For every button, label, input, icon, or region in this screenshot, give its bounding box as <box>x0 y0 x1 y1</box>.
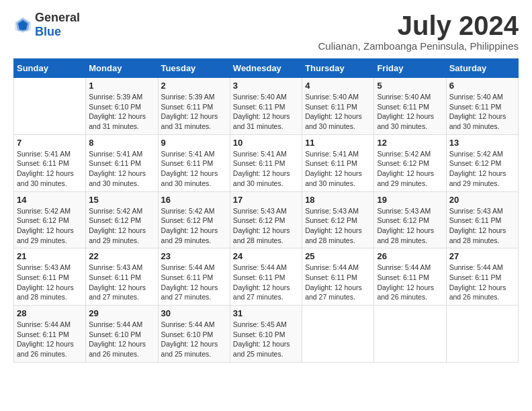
logo-text: General Blue <box>35 11 80 39</box>
calendar-table: Sunday Monday Tuesday Wednesday Thursday… <box>13 58 519 363</box>
calendar-cell: 26Sunrise: 5:44 AMSunset: 6:11 PMDayligh… <box>374 248 446 306</box>
calendar-body: 1Sunrise: 5:39 AMSunset: 6:10 PMDaylight… <box>14 78 519 363</box>
day-number: 1 <box>89 81 154 91</box>
day-number: 10 <box>233 138 299 148</box>
day-info: Sunrise: 5:41 AMSunset: 6:11 PMDaylight:… <box>161 149 227 189</box>
day-number: 8 <box>89 138 154 148</box>
header-saturday: Saturday <box>446 59 518 78</box>
day-number: 11 <box>305 138 371 148</box>
calendar-cell: 19Sunrise: 5:43 AMSunset: 6:12 PMDayligh… <box>374 191 446 248</box>
day-info: Sunrise: 5:42 AMSunset: 6:12 PMDaylight:… <box>449 149 515 189</box>
day-number: 28 <box>17 308 83 318</box>
calendar-cell: 5Sunrise: 5:40 AMSunset: 6:11 PMDaylight… <box>374 78 446 135</box>
day-number: 20 <box>449 195 515 205</box>
calendar-cell: 27Sunrise: 5:44 AMSunset: 6:11 PMDayligh… <box>446 248 518 306</box>
calendar-cell <box>14 78 86 135</box>
header-wednesday: Wednesday <box>230 59 302 78</box>
day-number: 27 <box>449 251 515 261</box>
calendar-cell: 10Sunrise: 5:41 AMSunset: 6:11 PMDayligh… <box>230 134 302 191</box>
calendar-cell: 1Sunrise: 5:39 AMSunset: 6:10 PMDaylight… <box>86 78 158 135</box>
day-number: 23 <box>161 251 227 261</box>
day-info: Sunrise: 5:43 AMSunset: 6:12 PMDaylight:… <box>377 206 443 246</box>
day-number: 7 <box>17 138 83 148</box>
calendar-cell: 18Sunrise: 5:43 AMSunset: 6:12 PMDayligh… <box>302 191 374 248</box>
day-info: Sunrise: 5:41 AMSunset: 6:11 PMDaylight:… <box>305 149 371 189</box>
calendar-cell: 3Sunrise: 5:40 AMSunset: 6:11 PMDaylight… <box>230 78 302 135</box>
day-info: Sunrise: 5:42 AMSunset: 6:12 PMDaylight:… <box>89 206 154 246</box>
day-number: 26 <box>377 251 443 261</box>
day-info: Sunrise: 5:43 AMSunset: 6:11 PMDaylight:… <box>89 263 154 302</box>
day-number: 2 <box>161 81 227 91</box>
calendar-cell: 25Sunrise: 5:44 AMSunset: 6:11 PMDayligh… <box>302 248 374 306</box>
day-info: Sunrise: 5:41 AMSunset: 6:11 PMDaylight:… <box>17 149 83 189</box>
calendar-cell <box>446 306 518 363</box>
day-number: 30 <box>161 308 227 318</box>
day-number: 19 <box>377 195 443 205</box>
calendar-cell: 13Sunrise: 5:42 AMSunset: 6:12 PMDayligh… <box>446 134 518 191</box>
day-number: 16 <box>161 195 227 205</box>
day-info: Sunrise: 5:39 AMSunset: 6:11 PMDaylight:… <box>161 92 227 132</box>
day-info: Sunrise: 5:43 AMSunset: 6:11 PMDaylight:… <box>17 263 83 302</box>
header-monday: Monday <box>86 59 158 78</box>
day-info: Sunrise: 5:44 AMSunset: 6:10 PMDaylight:… <box>89 320 154 359</box>
page-header: General Blue July 2024 Culianan, Zamboan… <box>13 11 519 52</box>
calendar-cell: 14Sunrise: 5:42 AMSunset: 6:12 PMDayligh… <box>14 191 86 248</box>
day-number: 29 <box>89 308 154 318</box>
day-number: 5 <box>377 81 443 91</box>
logo-general: General <box>35 11 80 24</box>
day-info: Sunrise: 5:43 AMSunset: 6:12 PMDaylight:… <box>305 206 371 246</box>
day-number: 12 <box>377 138 443 148</box>
day-info: Sunrise: 5:40 AMSunset: 6:11 PMDaylight:… <box>377 92 443 132</box>
day-info: Sunrise: 5:42 AMSunset: 6:12 PMDaylight:… <box>377 149 443 189</box>
calendar-cell <box>374 306 446 363</box>
calendar-cell: 30Sunrise: 5:44 AMSunset: 6:10 PMDayligh… <box>158 306 230 363</box>
day-info: Sunrise: 5:40 AMSunset: 6:11 PMDaylight:… <box>233 92 299 132</box>
calendar-cell: 6Sunrise: 5:40 AMSunset: 6:11 PMDaylight… <box>446 78 518 135</box>
day-info: Sunrise: 5:40 AMSunset: 6:11 PMDaylight:… <box>449 92 515 132</box>
day-number: 25 <box>305 251 371 261</box>
calendar-cell: 20Sunrise: 5:43 AMSunset: 6:11 PMDayligh… <box>446 191 518 248</box>
day-number: 21 <box>17 251 83 261</box>
day-number: 9 <box>161 138 227 148</box>
calendar-cell: 29Sunrise: 5:44 AMSunset: 6:10 PMDayligh… <box>86 306 158 363</box>
day-number: 15 <box>89 195 154 205</box>
calendar-cell: 7Sunrise: 5:41 AMSunset: 6:11 PMDaylight… <box>14 134 86 191</box>
logo-blue: Blue <box>35 25 61 38</box>
calendar-cell: 22Sunrise: 5:43 AMSunset: 6:11 PMDayligh… <box>86 248 158 306</box>
calendar-cell: 8Sunrise: 5:41 AMSunset: 6:11 PMDaylight… <box>86 134 158 191</box>
header-sunday: Sunday <box>14 59 86 78</box>
day-number: 4 <box>305 81 371 91</box>
calendar-week-row: 28Sunrise: 5:44 AMSunset: 6:11 PMDayligh… <box>14 306 519 363</box>
day-info: Sunrise: 5:43 AMSunset: 6:11 PMDaylight:… <box>449 206 515 246</box>
day-number: 13 <box>449 138 515 148</box>
logo-icon <box>13 15 32 34</box>
logo: General Blue <box>13 11 80 39</box>
day-info: Sunrise: 5:42 AMSunset: 6:12 PMDaylight:… <box>17 206 83 246</box>
header-thursday: Thursday <box>302 59 374 78</box>
calendar-cell: 9Sunrise: 5:41 AMSunset: 6:11 PMDaylight… <box>158 134 230 191</box>
calendar-header: Sunday Monday Tuesday Wednesday Thursday… <box>14 59 519 78</box>
calendar-cell: 31Sunrise: 5:45 AMSunset: 6:10 PMDayligh… <box>230 306 302 363</box>
day-info: Sunrise: 5:45 AMSunset: 6:10 PMDaylight:… <box>233 320 299 359</box>
day-number: 22 <box>89 251 154 261</box>
day-number: 24 <box>233 251 299 261</box>
calendar-week-row: 1Sunrise: 5:39 AMSunset: 6:10 PMDaylight… <box>14 78 519 135</box>
calendar-week-row: 14Sunrise: 5:42 AMSunset: 6:12 PMDayligh… <box>14 191 519 248</box>
calendar-cell: 23Sunrise: 5:44 AMSunset: 6:11 PMDayligh… <box>158 248 230 306</box>
calendar-cell: 16Sunrise: 5:42 AMSunset: 6:12 PMDayligh… <box>158 191 230 248</box>
header-tuesday: Tuesday <box>158 59 230 78</box>
day-number: 3 <box>233 81 299 91</box>
day-info: Sunrise: 5:44 AMSunset: 6:11 PMDaylight:… <box>449 263 515 302</box>
day-info: Sunrise: 5:39 AMSunset: 6:10 PMDaylight:… <box>89 92 154 132</box>
day-number: 18 <box>305 195 371 205</box>
day-number: 31 <box>233 308 299 318</box>
title-area: July 2024 Culianan, Zamboanga Peninsula,… <box>318 11 519 52</box>
calendar-cell: 2Sunrise: 5:39 AMSunset: 6:11 PMDaylight… <box>158 78 230 135</box>
calendar-cell: 21Sunrise: 5:43 AMSunset: 6:11 PMDayligh… <box>14 248 86 306</box>
day-info: Sunrise: 5:40 AMSunset: 6:11 PMDaylight:… <box>305 92 371 132</box>
day-number: 14 <box>17 195 83 205</box>
day-info: Sunrise: 5:44 AMSunset: 6:11 PMDaylight:… <box>377 263 443 302</box>
day-number: 6 <box>449 81 515 91</box>
day-info: Sunrise: 5:42 AMSunset: 6:12 PMDaylight:… <box>161 206 227 246</box>
location-title: Culianan, Zamboanga Peninsula, Philippin… <box>318 40 519 52</box>
